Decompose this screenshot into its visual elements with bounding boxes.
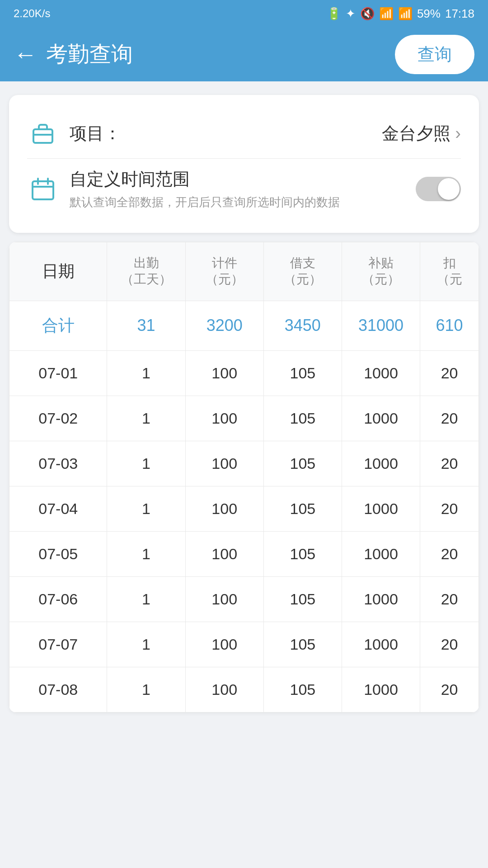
row-borrow: 105	[263, 622, 342, 667]
table-header: 日期 出勤（工天） 计件（元） 借支（元） 补贴（元） 扣‌（元	[9, 242, 479, 301]
table-row: 07-06 1 100 105 1000 20	[9, 576, 479, 622]
header-subsidy: 补贴（元）	[342, 242, 420, 301]
row-subsidy: 1000	[342, 576, 420, 622]
row-borrow: 105	[263, 667, 342, 712]
row-deduct: 20	[420, 350, 479, 396]
time-range-col: 自定义时间范围 默认查询全部数据，开启后只查询所选时间内的数据	[70, 168, 416, 210]
row-date: 07-07	[9, 622, 107, 667]
row-date: 07-06	[9, 576, 107, 622]
project-label: 项目：	[70, 122, 382, 145]
row-borrow: 105	[263, 441, 342, 486]
status-bar: 2.20K/s 🔋 ✦ 🔇 📶 📶 59% 17:18	[0, 0, 488, 27]
row-deduct: 20	[420, 486, 479, 531]
wifi-icon: 📶	[379, 7, 394, 21]
status-icons: 🔋 ✦ 🔇 📶 📶 59% 17:18	[327, 7, 474, 21]
row-subsidy: 1000	[342, 667, 420, 712]
row-attendance: 1	[107, 350, 185, 396]
row-subsidy: 1000	[342, 622, 420, 667]
row-attendance: 1	[107, 667, 185, 712]
table-row: 07-04 1 100 105 1000 20	[9, 486, 479, 531]
row-subsidy: 1000	[342, 396, 420, 441]
total-piecework: 3200	[185, 301, 263, 350]
svg-rect-2	[33, 181, 53, 199]
project-row[interactable]: 项目： 金台夕照 ›	[27, 108, 461, 158]
row-borrow: 105	[263, 486, 342, 531]
row-piecework: 100	[185, 350, 263, 396]
total-date: 合计	[9, 301, 107, 350]
table-body: 合计 31 3200 3450 31000 610 07-01 1 100 10…	[9, 301, 479, 712]
header-attendance: 出勤（工天）	[107, 242, 185, 301]
row-attendance: 1	[107, 531, 185, 576]
total-subsidy: 31000	[342, 301, 420, 350]
row-piecework: 100	[185, 486, 263, 531]
time-range-description: 默认查询全部数据，开启后只查询所选时间内的数据	[70, 194, 416, 210]
total-row: 合计 31 3200 3450 31000 610	[9, 301, 479, 350]
row-deduct: 20	[420, 531, 479, 576]
header-piecework: 计件（元）	[185, 242, 263, 301]
attendance-table: 日期 出勤（工天） 计件（元） 借支（元） 补贴（元） 扣‌（元 合计 31 3…	[9, 242, 479, 712]
table-row: 07-01 1 100 105 1000 20	[9, 350, 479, 396]
page-title: 考勤查询	[46, 40, 395, 69]
time-display: 17:18	[445, 7, 474, 21]
query-button[interactable]: 查询	[395, 35, 474, 74]
time-range-row: 自定义时间范围 默认查询全部数据，开启后只查询所选时间内的数据	[27, 158, 461, 219]
row-date: 07-02	[9, 396, 107, 441]
row-piecework: 100	[185, 396, 263, 441]
filter-card: 项目： 金台夕照 › 自定义时间范围 默认查询全部数据，开启后只查询所选时间内的…	[9, 95, 479, 233]
row-attendance: 1	[107, 576, 185, 622]
header-date: 日期	[9, 242, 107, 301]
header-borrow: 借支（元）	[263, 242, 342, 301]
table-row: 07-03 1 100 105 1000 20	[9, 441, 479, 486]
row-deduct: 20	[420, 396, 479, 441]
row-date: 07-01	[9, 350, 107, 396]
project-value: 金台夕照	[382, 122, 450, 145]
svg-rect-0	[33, 129, 52, 143]
toolbar: ← 考勤查询 查询	[0, 27, 488, 81]
row-subsidy: 1000	[342, 531, 420, 576]
total-attendance: 31	[107, 301, 185, 350]
bluetooth-icon: ✦	[346, 7, 356, 21]
header-deduct: 扣‌（元	[420, 242, 479, 301]
table-row: 07-05 1 100 105 1000 20	[9, 531, 479, 576]
toggle-knob	[438, 178, 460, 200]
row-date: 07-03	[9, 441, 107, 486]
row-piecework: 100	[185, 622, 263, 667]
row-borrow: 105	[263, 576, 342, 622]
row-piecework: 100	[185, 441, 263, 486]
network-speed: 2.20K/s	[14, 7, 321, 20]
row-subsidy: 1000	[342, 441, 420, 486]
row-deduct: 20	[420, 667, 479, 712]
table-row: 07-07 1 100 105 1000 20	[9, 622, 479, 667]
row-date: 07-05	[9, 531, 107, 576]
row-attendance: 1	[107, 486, 185, 531]
signal-icon: 📶	[398, 7, 413, 21]
row-borrow: 105	[263, 350, 342, 396]
table-row: 07-02 1 100 105 1000 20	[9, 396, 479, 441]
back-button[interactable]: ←	[14, 41, 37, 68]
row-date: 07-08	[9, 667, 107, 712]
table-row: 07-08 1 100 105 1000 20	[9, 667, 479, 712]
row-piecework: 100	[185, 576, 263, 622]
mute-icon: 🔇	[360, 7, 375, 21]
row-attendance: 1	[107, 622, 185, 667]
battery-icon: 🔋	[327, 7, 341, 21]
total-deduct: 610	[420, 301, 479, 350]
battery-percent: 59%	[417, 7, 441, 21]
calendar-icon	[27, 173, 59, 205]
briefcase-icon	[27, 118, 59, 149]
time-range-toggle[interactable]	[416, 177, 461, 201]
attendance-table-wrap: 日期 出勤（工天） 计件（元） 借支（元） 补贴（元） 扣‌（元 合计 31 3…	[9, 242, 479, 712]
row-attendance: 1	[107, 396, 185, 441]
row-subsidy: 1000	[342, 486, 420, 531]
row-deduct: 20	[420, 622, 479, 667]
row-borrow: 105	[263, 531, 342, 576]
chevron-right-icon: ›	[455, 124, 461, 143]
row-deduct: 20	[420, 441, 479, 486]
total-borrow: 3450	[263, 301, 342, 350]
row-piecework: 100	[185, 531, 263, 576]
time-range-label: 自定义时间范围	[70, 168, 416, 191]
row-attendance: 1	[107, 441, 185, 486]
row-deduct: 20	[420, 576, 479, 622]
row-piecework: 100	[185, 667, 263, 712]
row-subsidy: 1000	[342, 350, 420, 396]
